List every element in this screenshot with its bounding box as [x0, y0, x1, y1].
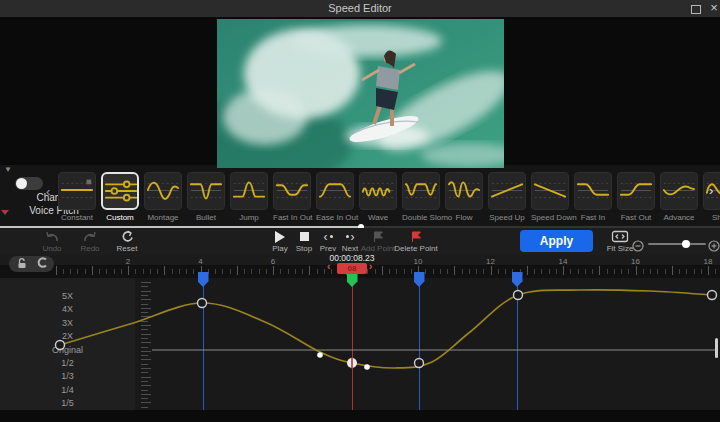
ruler-tick	[85, 269, 86, 274]
curve-playhead-point[interactable]	[347, 358, 357, 368]
graph-ruler-tick	[141, 359, 151, 360]
magnet-icon[interactable]	[35, 255, 48, 273]
preset-card-bullet[interactable]: Bullet	[187, 172, 225, 224]
ruler-tick	[317, 269, 318, 274]
ruler-tick	[135, 269, 136, 274]
scroll-right-icon[interactable]: ›	[709, 183, 713, 198]
zoom-slider-track[interactable]	[648, 243, 706, 245]
preset-card-constant[interactable]: Constant	[58, 172, 96, 224]
preset-card-jump[interactable]: Jump	[230, 172, 268, 224]
ruler-number: 16	[631, 257, 640, 266]
graph-ruler-tick	[141, 338, 148, 339]
surfer-frame	[217, 19, 504, 168]
ruler-tick	[541, 269, 542, 274]
close-icon[interactable]: ×	[707, 0, 720, 17]
preset-card-show[interactable]: Show	[703, 172, 720, 224]
graph-ruler-tick	[141, 312, 148, 313]
ruler-tick	[657, 269, 658, 274]
lock-icon[interactable]	[15, 255, 28, 273]
graph-vertical-scrollbar[interactable]	[715, 338, 718, 358]
preset-card-speed-down[interactable]: Speed Down	[531, 172, 569, 224]
ruler-tick	[643, 269, 644, 274]
graph-ruler-tick	[141, 347, 148, 348]
preset-curve-icon	[144, 172, 182, 210]
preset-label: Bullet	[187, 213, 225, 222]
speed-label: 1/5	[20, 398, 115, 408]
ruler-tick	[694, 269, 695, 274]
graph-ruler-tick	[141, 342, 151, 343]
preset-label: Jump	[230, 213, 268, 222]
scroll-left-icon[interactable]: ‹	[46, 184, 50, 199]
ruler-tick	[505, 269, 506, 274]
curve-keyframe-point[interactable]	[56, 341, 65, 350]
ruler-number: 2	[126, 257, 130, 266]
curve-handle-dot[interactable]	[364, 364, 370, 370]
zoom-in-icon[interactable]	[708, 238, 720, 256]
preset-label: Constant	[58, 213, 96, 222]
preset-card-speed-up[interactable]: Speed Up	[488, 172, 526, 224]
frame-forward-arrow-icon[interactable]: ›	[369, 261, 372, 272]
preset-curve-icon	[402, 172, 440, 210]
reset-button[interactable]: Reset	[97, 230, 157, 253]
preset-card-fast-in-out[interactable]: Fast In Out	[273, 172, 311, 224]
ruler-number: 10	[414, 257, 423, 266]
ruler-tick	[77, 269, 78, 274]
speed-label: 4X	[20, 304, 115, 314]
collapse-arrow-icon[interactable]: ▼	[4, 165, 12, 174]
reset-icon	[97, 230, 157, 243]
ruler-tick	[672, 266, 673, 275]
graph-ruler-tick	[141, 286, 148, 287]
graph-ruler-tick	[141, 372, 148, 373]
preset-card-double-slomo[interactable]: Double Slomo	[402, 172, 440, 224]
preset-card-advance[interactable]: Advance	[660, 172, 698, 224]
preset-card-fast-in[interactable]: Fast In	[574, 172, 612, 224]
ruler-tick	[614, 269, 615, 274]
preset-card-fast-out[interactable]: Fast Out	[617, 172, 655, 224]
frame-badge[interactable]: 08	[337, 263, 367, 274]
curve-keyframe-point[interactable]	[708, 291, 717, 300]
apply-button[interactable]: Apply	[520, 230, 593, 252]
voice-pitch-toggle[interactable]	[15, 177, 43, 190]
keyframe-line	[517, 286, 518, 410]
ruler-tick	[636, 266, 637, 275]
preset-card-custom[interactable]: Custom	[101, 172, 139, 224]
graph-ruler-tick	[141, 351, 151, 352]
preset-curve-icon	[230, 172, 268, 210]
curve-keyframe-point[interactable]	[514, 291, 523, 300]
preset-card-montage[interactable]: Montage	[144, 172, 182, 224]
preset-label: Fast In	[574, 213, 612, 222]
ruler-tick	[56, 266, 57, 275]
curve-keyframe-point[interactable]	[415, 359, 424, 368]
graph-ruler-tick	[141, 291, 151, 292]
ruler-tick	[440, 269, 441, 274]
preset-card-flow[interactable]: Flow	[445, 172, 483, 224]
frame-back-arrow-icon[interactable]: ‹	[327, 261, 330, 272]
curve-handle-dot[interactable]	[317, 352, 323, 358]
zoom-out-icon[interactable]	[632, 238, 644, 256]
preset-label: Fast In Out	[273, 213, 311, 222]
preset-card-wave[interactable]: Wave	[359, 172, 397, 224]
ruler-tick	[288, 269, 289, 274]
preset-label: Custom	[101, 213, 139, 222]
ruler-tick	[106, 269, 107, 274]
preset-label: Wave	[359, 213, 397, 222]
keyframe-line	[419, 286, 420, 410]
zoom-slider-handle[interactable]	[682, 240, 690, 248]
ruler-tick	[309, 266, 310, 275]
maximize-icon[interactable]	[691, 5, 701, 14]
ruler-tick	[396, 269, 397, 274]
speed-label: 3X	[20, 318, 115, 328]
preset-curve-icon	[359, 172, 397, 210]
ruler-tick	[592, 269, 593, 274]
delete-point-button[interactable]: Delete Point	[386, 230, 446, 253]
preset-label: Flow	[445, 213, 483, 222]
curve-keyframe-point[interactable]	[198, 299, 207, 308]
ruler-tick	[527, 266, 528, 275]
graph-ruler-tick	[141, 308, 151, 309]
ruler-tick	[447, 269, 448, 274]
preset-card-ease-in-out[interactable]: Ease In Out	[316, 172, 354, 224]
ruler-tick	[331, 269, 332, 274]
graph-ruler-tick	[141, 364, 148, 365]
ruler-tick	[549, 269, 550, 274]
graph-ruler-tick	[141, 295, 148, 296]
